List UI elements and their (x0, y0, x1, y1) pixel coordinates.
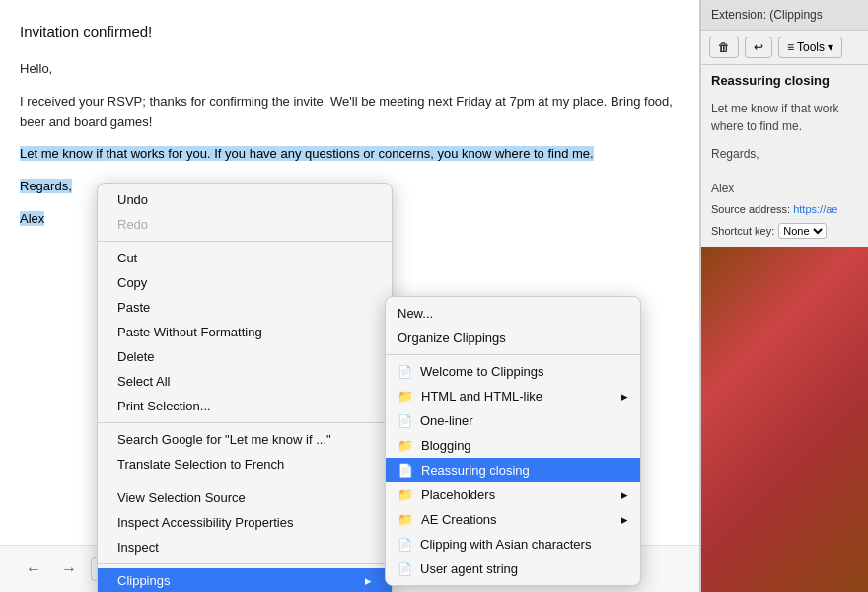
menu-search-google[interactable]: Search Google for "Let me know if ..." (98, 427, 392, 452)
ext-source: Source address: https://ae (701, 199, 868, 219)
menu-inspect[interactable]: Inspect (98, 535, 392, 559)
ext-tools-button[interactable]: ≡ Tools ▾ (778, 37, 842, 58)
submenu-blogging-label: Blogging (421, 438, 471, 453)
menu-redo: Redo (98, 212, 392, 237)
submenu-useragent[interactable]: 📄 User agent string (386, 556, 640, 581)
email-selected: Let me know if that works for you. If yo… (20, 144, 680, 165)
ext-source-label: Source address: (711, 203, 790, 215)
menu-clippings-label: Clippings (117, 573, 170, 588)
submenu-placeholders[interactable]: 📁 Placeholders ▸ (386, 482, 640, 507)
clippings-submenu: New... Organize Clippings 📄 Welcome to C… (385, 296, 641, 586)
email-closing-text: Regards, (20, 179, 72, 193)
ext-trash-button[interactable]: 🗑 (709, 37, 739, 58)
submenu-blogging[interactable]: 📁 Blogging (386, 433, 640, 458)
folder-icon-html: 📁 (398, 389, 413, 404)
email-paragraph1: I received your RSVP; thanks for confirm… (20, 92, 680, 133)
submenu-reassuring[interactable]: 📄 Reassuring closing (386, 458, 640, 482)
ext-shortkey-select[interactable]: None (778, 223, 827, 239)
submenu-organize-label: Organize Clippings (398, 331, 506, 345)
separator-1 (98, 241, 392, 242)
submenu-new[interactable]: New... (386, 301, 640, 326)
trash-icon: 🗑 (718, 40, 730, 54)
separator-4 (98, 563, 392, 564)
ext-clipping-body: Let me know if that work where to find m… (701, 96, 868, 143)
tools-icon: ≡ (787, 40, 794, 54)
ext-toolbar: 🗑 ↩ ≡ Tools ▾ (701, 31, 868, 65)
menu-accessibility[interactable]: Inspect Accessibility Properties (98, 510, 392, 535)
menu-clippings-arrow: ▸ (365, 573, 372, 588)
submenu-ae-left: 📁 AE Creations (398, 512, 497, 527)
submenu-placeholders-label: Placeholders (421, 487, 495, 502)
ext-source-url[interactable]: https://ae (793, 203, 837, 215)
submenu-placeholders-arrow: ▸ (621, 487, 628, 502)
ext-header: Extension: (Clippings (701, 0, 868, 31)
menu-delete[interactable]: Delete (98, 344, 392, 369)
folder-icon-blogging: 📁 (398, 438, 413, 453)
submenu-ae-label: AE Creations (421, 512, 497, 527)
menu-paste[interactable]: Paste (98, 295, 392, 320)
forward-button[interactable]: → (55, 556, 83, 582)
submenu-html-arrow: ▸ (621, 389, 628, 404)
submenu-welcome-label: Welcome to Clippings (420, 364, 543, 379)
separator-2 (98, 422, 392, 423)
menu-clippings[interactable]: Clippings ▸ (98, 568, 392, 592)
submenu-useragent-label: User agent string (420, 561, 518, 576)
doc-icon-welcome: 📄 (398, 365, 412, 379)
submenu-oneliner-label: One-liner (420, 413, 472, 428)
selected-text: Let me know if that works for you. If yo… (20, 146, 594, 161)
ext-shortkey-label: Shortcut key: (711, 225, 774, 237)
menu-cut[interactable]: Cut (98, 246, 392, 270)
doc-icon-asian: 📄 (398, 538, 412, 552)
email-signature-text: Alex (20, 211, 44, 226)
submenu-asian[interactable]: 📄 Clipping with Asian characters (386, 532, 640, 556)
submenu-new-label: New... (398, 306, 433, 321)
ext-clipping-title: Reassuring closing (701, 65, 868, 96)
submenu-organize[interactable]: Organize Clippings (386, 326, 640, 350)
email-greeting: Hello, (20, 59, 680, 80)
submenu-oneliner[interactable]: 📄 One-liner (386, 408, 640, 433)
email-subject: Invitation confirmed! (20, 20, 680, 43)
context-menu: Undo Redo Cut Copy Paste Paste Without F… (97, 183, 393, 592)
menu-copy[interactable]: Copy (98, 270, 392, 295)
submenu-placeholders-left: 📁 Placeholders (398, 487, 495, 502)
menu-paste-no-format[interactable]: Paste Without Formatting (98, 320, 392, 344)
back-button[interactable]: ← (20, 556, 47, 582)
email-area: Invitation confirmed! Hello, I received … (0, 0, 700, 592)
ext-signature: Alex (701, 178, 868, 199)
menu-print[interactable]: Print Selection... (98, 394, 392, 418)
folder-icon-placeholders: 📁 (398, 487, 413, 502)
ext-divider (701, 171, 868, 172)
doc-icon-oneliner: 📄 (398, 414, 412, 428)
submenu-html-label: HTML and HTML-like (421, 389, 542, 404)
doc-icon-useragent: 📄 (398, 562, 412, 576)
folder-icon-ae: 📁 (398, 512, 413, 527)
submenu-welcome[interactable]: 📄 Welcome to Clippings (386, 359, 640, 384)
ext-closing: Regards, (701, 143, 868, 165)
submenu-reassuring-label: Reassuring closing (421, 463, 530, 478)
undo-icon: ↩ (754, 40, 763, 54)
menu-select-all[interactable]: Select All (98, 369, 392, 394)
ext-shortkey: Shortcut key: None (701, 219, 868, 243)
submenu-asian-label: Clipping with Asian characters (420, 537, 591, 552)
submenu-ae-creations[interactable]: 📁 AE Creations ▸ (386, 507, 640, 532)
submenu-ae-arrow: ▸ (621, 512, 628, 527)
submenu-html-left: 📁 HTML and HTML-like (398, 389, 542, 404)
doc-icon-reassuring: 📄 (398, 463, 413, 478)
submenu-html[interactable]: 📁 HTML and HTML-like ▸ (386, 384, 640, 408)
menu-view-source[interactable]: View Selection Source (98, 485, 392, 510)
separator-3 (98, 481, 392, 481)
submenu-separator-1 (386, 354, 640, 355)
menu-translate[interactable]: Translate Selection to French (98, 452, 392, 477)
ext-image (701, 247, 868, 592)
ext-undo-button[interactable]: ↩ (745, 37, 772, 58)
menu-undo[interactable]: Undo (98, 187, 392, 212)
extension-sidebar: Extension: (Clippings 🗑 ↩ ≡ Tools ▾ Reas… (700, 0, 868, 592)
ext-tools-label: Tools ▾ (797, 40, 833, 54)
